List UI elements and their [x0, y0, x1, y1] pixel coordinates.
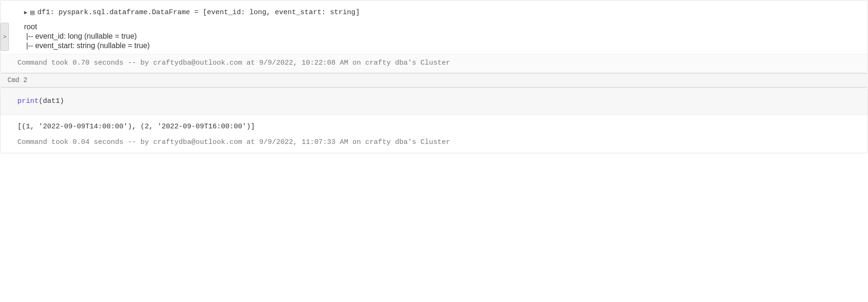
cell-2-output-line: [(1, '2022-09-09T14:00:00'), (2, '2022-0…: [17, 123, 255, 131]
schema-block: root |-- event_id: long (nullable = true…: [24, 23, 856, 50]
table-icon: ▤: [30, 8, 34, 17]
cmd-2-label: Cmd 2: [0, 73, 868, 87]
cell-2: print(dat1) [(1, '2022-09-09T14:00:00'),…: [0, 87, 868, 153]
notebook-container: > ▶ ▤ df1: pyspark.sql.dataframe.DataFra…: [0, 0, 868, 153]
triangle-icon: ▶: [24, 9, 27, 16]
df1-header-line: ▶ ▤ df1: pyspark.sql.dataframe.DataFrame…: [24, 8, 856, 17]
cell-1-command-took: Command took 0.70 seconds -- by craftydb…: [0, 54, 868, 73]
df1-type-info: df1: pyspark.sql.dataframe.DataFrame = […: [37, 8, 360, 17]
schema-root-line: root: [24, 23, 856, 31]
code-keyword: print: [17, 97, 39, 105]
cell-2-code: print(dat1): [0, 88, 868, 115]
schema-field1-line: |-- event_id: long (nullable = true): [24, 32, 856, 41]
schema-field2-line: |-- event_start: string (nullable = true…: [24, 42, 856, 50]
chevron-right-icon: >: [3, 34, 6, 40]
cell-1-output-content: ▶ ▤ df1: pyspark.sql.dataframe.DataFrame…: [0, 0, 868, 54]
cell-1-output: > ▶ ▤ df1: pyspark.sql.dataframe.DataFra…: [0, 0, 868, 73]
cell-2-command-took: Command took 0.04 seconds -- by craftydb…: [0, 134, 868, 153]
code-arg: (dat1): [39, 97, 64, 105]
cell-2-output: [(1, '2022-09-09T14:00:00'), (2, '2022-0…: [0, 115, 868, 134]
collapse-handle[interactable]: >: [0, 23, 9, 51]
